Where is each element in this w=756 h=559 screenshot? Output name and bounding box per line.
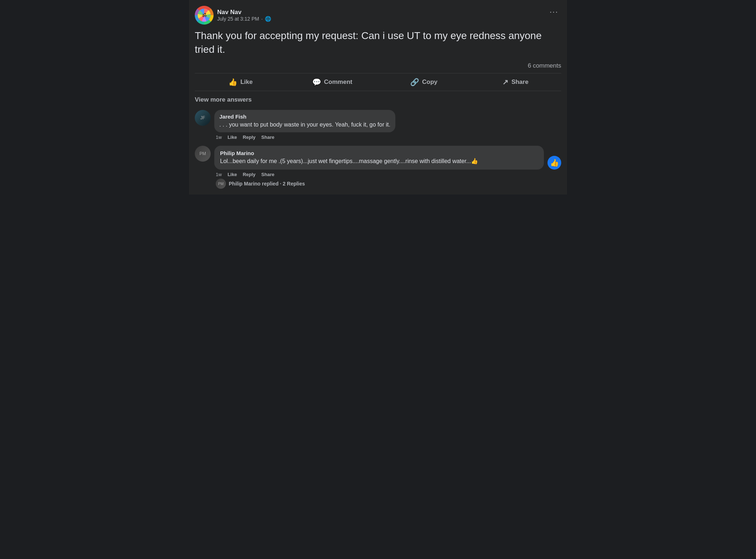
philip-comment-item: PM Philip Marino Lol...been daily for me… <box>195 146 561 189</box>
action-bar: 👍 Like 💬 Comment 🔗 Copy ↗ Share <box>195 73 561 91</box>
post-header: ॐ Nav Nav July 25 at 3:12 PM · 🌐 ··· <box>195 6 561 25</box>
philip-avatar[interactable]: PM <box>195 146 211 162</box>
jared-comment-actions: 1w Like Reply Share <box>214 135 561 140</box>
philip-comment-body: Philip Marino Lol...been daily for me .(… <box>214 146 561 189</box>
privacy-icon: 🌐 <box>265 16 271 22</box>
jared-comment-time: 1w <box>216 135 222 140</box>
dot-separator: · <box>261 16 263 22</box>
jared-avatar-initials: JF <box>200 115 205 120</box>
comments-count[interactable]: 6 comments <box>195 62 561 73</box>
philip-replies-text: Philip Marino replied · 2 Replies <box>229 181 305 187</box>
philip-like-reaction[interactable]: 👍 <box>547 156 561 170</box>
share-label: Share <box>511 78 528 86</box>
philip-comment-content: Philip Marino Lol...been daily for me .(… <box>214 146 544 170</box>
comment-item: JF Jared Fish . . . you want to put body… <box>195 110 561 140</box>
philip-share-button[interactable]: Share <box>261 172 274 177</box>
philip-comment-actions: 1w Like Reply Share <box>214 172 561 177</box>
philip-author-name[interactable]: Philip Marino <box>220 150 538 156</box>
share-icon: ↗ <box>502 78 508 86</box>
philip-avatar-initials: PM <box>199 151 206 156</box>
author-name[interactable]: Nav Nav <box>217 9 271 16</box>
philip-comment-text: Lol...been daily for me .(5 years)...jus… <box>220 157 538 165</box>
view-more-button[interactable]: View more answers <box>195 91 561 107</box>
philip-comment-wrapper: Philip Marino Lol...been daily for me .(… <box>214 146 561 170</box>
philip-comment-bubble: Philip Marino Lol...been daily for me .(… <box>214 146 544 170</box>
jared-reply-button[interactable]: Reply <box>243 135 255 140</box>
post-date: July 25 at 3:12 PM <box>217 16 259 22</box>
reply-avatar-icon: PM <box>218 182 224 186</box>
philip-like-button[interactable]: Like <box>228 172 237 177</box>
comment-button[interactable]: 💬 Comment <box>287 74 378 90</box>
philip-comment-time: 1w <box>216 172 222 177</box>
like-button[interactable]: 👍 Like <box>195 74 287 90</box>
comments-section: JF Jared Fish . . . you want to put body… <box>195 107 561 189</box>
philip-replies-section[interactable]: PM Philip Marino replied · 2 Replies <box>214 179 561 189</box>
jared-comment-bubble: Jared Fish . . . you want to put body wa… <box>214 110 395 132</box>
comment-label: Comment <box>324 78 352 86</box>
thumbs-up-icon: 👍 <box>550 158 559 167</box>
like-icon: 👍 <box>228 78 237 86</box>
jared-comment-text: . . . you want to put body waste in your… <box>219 121 390 129</box>
jared-avatar[interactable]: JF <box>195 110 211 126</box>
like-label: Like <box>240 78 253 86</box>
more-options-button[interactable]: ··· <box>547 6 561 18</box>
post-header-left: ॐ Nav Nav July 25 at 3:12 PM · 🌐 <box>195 6 271 25</box>
post-author-info: Nav Nav July 25 at 3:12 PM · 🌐 <box>217 9 271 22</box>
post-content: Thank you for accepting my request: Can … <box>195 29 561 56</box>
philip-replies-avatar: PM <box>216 179 226 189</box>
philip-reply-button[interactable]: Reply <box>243 172 255 177</box>
copy-label: Copy <box>422 78 438 86</box>
jared-comment-body: Jared Fish . . . you want to put body wa… <box>214 110 561 140</box>
jared-like-button[interactable]: Like <box>228 135 237 140</box>
copy-button[interactable]: 🔗 Copy <box>378 74 470 90</box>
author-avatar[interactable]: ॐ <box>195 6 214 25</box>
avatar-inner: ॐ <box>198 9 211 22</box>
comment-icon: 💬 <box>312 78 321 86</box>
copy-icon: 🔗 <box>410 78 419 86</box>
jared-share-button[interactable]: Share <box>261 135 274 140</box>
post-card: ॐ Nav Nav July 25 at 3:12 PM · 🌐 ··· Tha… <box>189 0 567 195</box>
post-meta: July 25 at 3:12 PM · 🌐 <box>217 16 271 22</box>
jared-author-name[interactable]: Jared Fish <box>219 114 390 120</box>
share-button[interactable]: ↗ Share <box>470 74 562 90</box>
